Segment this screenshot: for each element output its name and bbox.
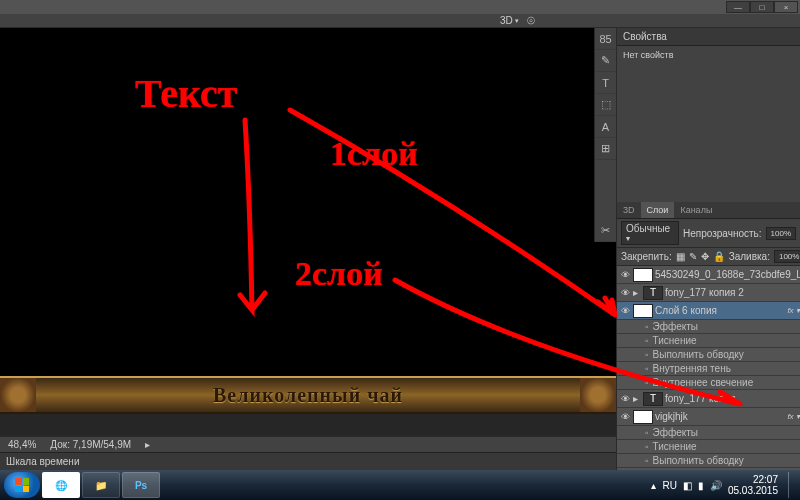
- scissors-icon[interactable]: ✂: [595, 220, 616, 242]
- start-button[interactable]: [4, 472, 40, 498]
- zoom-level[interactable]: 48,4%: [8, 439, 36, 450]
- character-icon[interactable]: A: [595, 116, 616, 138]
- effect-item[interactable]: ◦Внутреннее свечение: [617, 376, 800, 390]
- windows-logo-icon: [15, 478, 29, 492]
- show-desktop-button[interactable]: [788, 472, 796, 498]
- clock-time: 22:07: [728, 474, 778, 486]
- status-arrow-icon[interactable]: ▸: [145, 439, 150, 450]
- windows-taskbar: 🌐 📁 Ps ▴ RU ◧ ▮ 🔊 22:07 05.03.2015: [0, 470, 800, 500]
- layer-name: vigkjhjk: [655, 411, 785, 422]
- collapsed-panels-strip: 85 ✎ T ⬚ A ⊞ ✂: [594, 28, 616, 242]
- options-bar: 3D▾ ⦾: [0, 14, 800, 28]
- effect-item[interactable]: ◦Тиснение: [617, 334, 800, 348]
- doc-size[interactable]: Док: 7,19M/54,9M: [50, 439, 131, 450]
- opacity-input[interactable]: 100%: [766, 227, 796, 240]
- layer-name: fony_177 копия: [665, 393, 800, 404]
- effect-item[interactable]: ◦Выполнить обводку: [617, 348, 800, 362]
- layer-toggle-icon[interactable]: ▸: [633, 393, 641, 404]
- fx-badge[interactable]: fx ▾: [787, 306, 800, 315]
- layer-name: Слой 6 копия: [655, 305, 785, 316]
- layer-thumb: [633, 268, 653, 282]
- tray-arrow-icon[interactable]: ▴: [651, 480, 656, 491]
- taskbar-explorer[interactable]: 📁: [82, 472, 120, 498]
- layers-lock-row: Закрепить: ▦ ✎ ✥ 🔒 Заливка: 100%: [617, 248, 800, 266]
- layer-thumb: [633, 304, 653, 318]
- fx-badge[interactable]: fx ▾: [787, 412, 800, 421]
- properties-body: Нет свойств: [617, 46, 800, 202]
- lock-all-icon[interactable]: 🔒: [713, 251, 725, 262]
- visibility-icon[interactable]: 👁: [619, 270, 631, 280]
- visibility-icon[interactable]: 👁: [619, 306, 631, 316]
- layer-row[interactable]: 👁 ▸ T fony_177 копия 2: [617, 284, 800, 302]
- brush-icon[interactable]: ✎: [595, 50, 616, 72]
- properties-tab[interactable]: Свойства: [617, 28, 800, 46]
- lock-pixels-icon[interactable]: ✎: [689, 251, 697, 262]
- layers-panel-tabs: 3D Слои Каналы: [617, 202, 800, 219]
- layers-list: 👁 54530249_0_1688e_73cbdfe9_L 👁 ▸ T fony…: [617, 266, 800, 470]
- layer-row-selected[interactable]: 👁 Слой 6 копия fx ▾: [617, 302, 800, 320]
- visibility-icon[interactable]: 👁: [619, 394, 631, 404]
- layers-blend-row: Обычные ▾ Непрозрачность: 100%: [617, 219, 800, 248]
- lock-transparent-icon[interactable]: ▦: [676, 251, 685, 262]
- taskbar-photoshop[interactable]: Ps: [122, 472, 160, 498]
- banner-text: Великолепный чай: [213, 384, 403, 407]
- effects-group[interactable]: ◦Эффекты: [617, 426, 800, 440]
- effect-item[interactable]: ◦Выполнить обводку: [617, 454, 800, 468]
- layer-thumb: T: [643, 286, 663, 300]
- taskbar-chrome[interactable]: 🌐: [42, 472, 80, 498]
- maximize-button[interactable]: □: [750, 1, 774, 13]
- volume-icon[interactable]: 🔊: [710, 480, 722, 491]
- visibility-icon[interactable]: 👁: [619, 288, 631, 298]
- lock-label: Закрепить:: [621, 251, 672, 262]
- opacity-label: Непрозрачность:: [683, 228, 762, 239]
- canvas-pad: [0, 414, 616, 436]
- clock-date: 05.03.2015: [728, 485, 778, 497]
- canvas-area: Великолепный чай 48,4% Док: 7,19M/54,9M …: [0, 28, 616, 470]
- tab-layers[interactable]: Слои: [641, 202, 675, 218]
- visibility-icon[interactable]: 👁: [619, 412, 631, 422]
- tray-icon[interactable]: ◧: [683, 480, 692, 491]
- layer-row[interactable]: 👁 54530249_0_1688e_73cbdfe9_L: [617, 266, 800, 284]
- type-icon[interactable]: T: [595, 72, 616, 94]
- tab-channels[interactable]: Каналы: [674, 202, 718, 218]
- document-banner[interactable]: Великолепный чай: [0, 376, 616, 414]
- system-tray: ▴ RU ◧ ▮ 🔊 22:07 05.03.2015: [651, 472, 796, 498]
- layer-toggle-icon[interactable]: ▸: [633, 287, 641, 298]
- layer-thumb: T: [643, 392, 663, 406]
- clock[interactable]: 22:07 05.03.2015: [728, 474, 782, 497]
- minimize-button[interactable]: —: [726, 1, 750, 13]
- 3d-camera-icon[interactable]: ⦾: [527, 15, 535, 27]
- layer-name: 54530249_0_1688e_73cbdfe9_L: [655, 269, 800, 280]
- layer-thumb: [633, 410, 653, 424]
- swatches-icon[interactable]: ⊞: [595, 138, 616, 160]
- photoshop-window: — □ × 3D▾ ⦾ Великолепный чай 48,4% Док: …: [0, 0, 800, 470]
- blend-mode-select[interactable]: Обычные ▾: [621, 221, 679, 245]
- layer-name: fony_177 копия 2: [665, 287, 800, 298]
- timeline-panel-tab[interactable]: Шкала времени: [0, 452, 616, 470]
- panel-icon[interactable]: 85: [595, 28, 616, 50]
- window-titlebar: — □ ×: [0, 0, 800, 14]
- close-button[interactable]: ×: [774, 1, 798, 13]
- fill-label: Заливка:: [729, 251, 770, 262]
- 3d-mode-dropdown[interactable]: 3D▾: [500, 15, 519, 26]
- paragraph-icon[interactable]: ⬚: [595, 94, 616, 116]
- effect-item[interactable]: ◦Тиснение: [617, 440, 800, 454]
- fill-input[interactable]: 100%: [774, 250, 800, 263]
- status-bar: 48,4% Док: 7,19M/54,9M ▸: [0, 436, 616, 452]
- effect-item[interactable]: ◦Внутренняя тень: [617, 362, 800, 376]
- canvas-black[interactable]: [0, 28, 616, 376]
- layer-row[interactable]: 👁 ▸ T fony_177 копия: [617, 390, 800, 408]
- network-icon[interactable]: ▮: [698, 480, 704, 491]
- main-area: Великолепный чай 48,4% Док: 7,19M/54,9M …: [0, 28, 800, 470]
- effects-group[interactable]: ◦Эффекты: [617, 320, 800, 334]
- language-indicator[interactable]: RU: [662, 480, 676, 491]
- tab-3d[interactable]: 3D: [617, 202, 641, 218]
- right-panels: Свойства Нет свойств 3D Слои Каналы Обыч…: [616, 28, 800, 470]
- lock-position-icon[interactable]: ✥: [701, 251, 709, 262]
- layer-row[interactable]: 👁 vigkjhjk fx ▾: [617, 408, 800, 426]
